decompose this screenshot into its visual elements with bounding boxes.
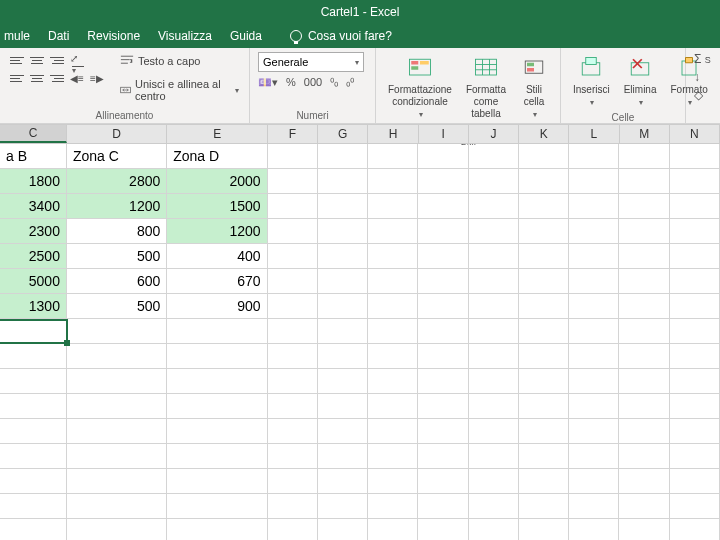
- cell[interactable]: 2800: [67, 169, 167, 194]
- cell[interactable]: 1800: [0, 169, 67, 194]
- cell[interactable]: [67, 419, 167, 444]
- cell[interactable]: [268, 294, 318, 319]
- cell[interactable]: [469, 219, 519, 244]
- cell[interactable]: [418, 519, 468, 540]
- cell[interactable]: [569, 319, 619, 344]
- cell[interactable]: [519, 344, 569, 369]
- cell[interactable]: 2300: [0, 219, 67, 244]
- cell[interactable]: [418, 394, 468, 419]
- align-top-left[interactable]: [8, 52, 26, 68]
- cell[interactable]: [469, 494, 519, 519]
- cell[interactable]: [368, 219, 418, 244]
- cell[interactable]: [619, 369, 669, 394]
- cell[interactable]: [0, 444, 67, 469]
- cell[interactable]: [318, 469, 368, 494]
- cell[interactable]: [569, 469, 619, 494]
- cell[interactable]: [469, 294, 519, 319]
- cell[interactable]: [368, 144, 418, 169]
- cell[interactable]: [368, 294, 418, 319]
- cell[interactable]: [67, 394, 167, 419]
- cell[interactable]: [268, 319, 318, 344]
- col-header-I[interactable]: I: [419, 124, 469, 143]
- cell[interactable]: [418, 344, 468, 369]
- cell[interactable]: [418, 194, 468, 219]
- cell[interactable]: [368, 469, 418, 494]
- cell[interactable]: [418, 419, 468, 444]
- cell[interactable]: [670, 219, 720, 244]
- cell[interactable]: [619, 444, 669, 469]
- cell[interactable]: 500: [67, 244, 167, 269]
- cell[interactable]: [619, 319, 669, 344]
- cell[interactable]: [67, 469, 167, 494]
- cell[interactable]: [318, 294, 368, 319]
- cell[interactable]: [268, 494, 318, 519]
- cell[interactable]: [569, 244, 619, 269]
- cell[interactable]: [67, 369, 167, 394]
- cell[interactable]: 2500: [0, 244, 67, 269]
- tell-me[interactable]: Cosa vuoi fare?: [290, 29, 392, 43]
- cell[interactable]: [268, 344, 318, 369]
- cell[interactable]: [469, 144, 519, 169]
- thousands-button[interactable]: 000: [304, 76, 322, 89]
- cell[interactable]: [619, 494, 669, 519]
- cell[interactable]: [469, 269, 519, 294]
- cell[interactable]: [418, 319, 468, 344]
- cell[interactable]: 670: [167, 269, 267, 294]
- cell[interactable]: [318, 494, 368, 519]
- cell[interactable]: [569, 344, 619, 369]
- cell[interactable]: [569, 219, 619, 244]
- cell[interactable]: [268, 194, 318, 219]
- cell[interactable]: [0, 494, 67, 519]
- cell[interactable]: [619, 244, 669, 269]
- cell[interactable]: [167, 419, 267, 444]
- menu-help[interactable]: Guida: [230, 29, 262, 43]
- cell[interactable]: 900: [167, 294, 267, 319]
- spreadsheet-grid[interactable]: CDEFGHIJKLMN a BZona CZona D180028002000…: [0, 124, 720, 540]
- cell[interactable]: 1300: [0, 294, 67, 319]
- cell[interactable]: [569, 144, 619, 169]
- cell[interactable]: [0, 519, 67, 540]
- cell[interactable]: [368, 494, 418, 519]
- align-left[interactable]: [8, 70, 26, 86]
- cell[interactable]: [268, 169, 318, 194]
- cell[interactable]: [167, 469, 267, 494]
- cell[interactable]: [619, 294, 669, 319]
- cell[interactable]: [619, 169, 669, 194]
- clear-button[interactable]: ◇: [694, 88, 712, 102]
- cell[interactable]: [318, 444, 368, 469]
- cell[interactable]: [268, 444, 318, 469]
- cell[interactable]: [569, 519, 619, 540]
- cell[interactable]: [670, 319, 720, 344]
- cell[interactable]: [670, 519, 720, 540]
- cell[interactable]: [167, 344, 267, 369]
- cell-styles-button[interactable]: Stili cella▾: [516, 52, 552, 122]
- cell[interactable]: [368, 269, 418, 294]
- cell[interactable]: [469, 319, 519, 344]
- cell[interactable]: [619, 144, 669, 169]
- selection-handle[interactable]: [64, 340, 70, 346]
- cell[interactable]: Zona D: [167, 144, 267, 169]
- cell[interactable]: [418, 469, 468, 494]
- cell[interactable]: [318, 219, 368, 244]
- cell[interactable]: [318, 244, 368, 269]
- align-top-right[interactable]: [48, 52, 66, 68]
- cell[interactable]: [418, 294, 468, 319]
- cell[interactable]: [519, 469, 569, 494]
- cell[interactable]: [0, 344, 67, 369]
- cell[interactable]: [469, 394, 519, 419]
- cell[interactable]: [368, 394, 418, 419]
- cell[interactable]: [0, 369, 67, 394]
- cell[interactable]: [0, 419, 67, 444]
- cell[interactable]: [469, 169, 519, 194]
- cell[interactable]: [418, 219, 468, 244]
- cell[interactable]: [418, 144, 468, 169]
- cell[interactable]: [418, 244, 468, 269]
- format-as-table-button[interactable]: Formatta come tabella▾: [462, 52, 510, 134]
- cell[interactable]: 3400: [0, 194, 67, 219]
- cell[interactable]: [318, 344, 368, 369]
- increase-decimal[interactable]: ⁰₀: [330, 76, 338, 89]
- cell[interactable]: [670, 194, 720, 219]
- col-header-N[interactable]: N: [670, 124, 720, 143]
- cell[interactable]: Zona C: [67, 144, 167, 169]
- align-top-center[interactable]: [28, 52, 46, 68]
